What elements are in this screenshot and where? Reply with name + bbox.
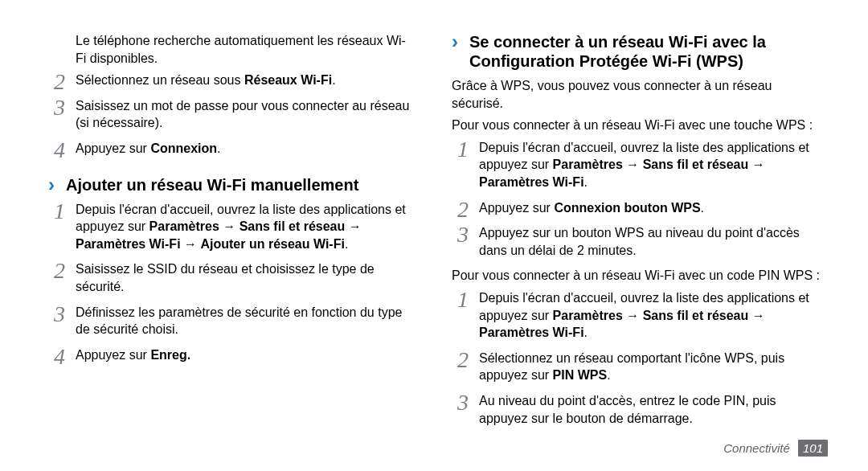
list-item: Appuyez sur Connexion. xyxy=(48,140,416,158)
bold-text: PIN WPS xyxy=(553,368,608,382)
bold-text: Paramètres Wi-Fi xyxy=(479,326,584,339)
bold-text: Paramètres xyxy=(553,309,623,322)
list-item: Depuis l'écran d'accueil, ouvrez la list… xyxy=(48,201,416,253)
page-footer: Connectivité 101 xyxy=(723,440,828,457)
text: . xyxy=(345,237,348,251)
text: → xyxy=(748,158,764,171)
left-list-b: Depuis l'écran d'accueil, ouvrez la list… xyxy=(48,201,416,364)
text: Saisissez un mot de passe pour vous conn… xyxy=(76,99,409,130)
list-item: Sélectionnez un réseau sous Réseaux Wi-F… xyxy=(48,72,416,89)
right-list-b: Depuis l'écran d'accueil, ouvrez la list… xyxy=(452,289,820,427)
text: Au niveau du point d'accès, entrez le co… xyxy=(479,394,776,425)
list-item: Sélectionnez un réseau comportant l'icôn… xyxy=(452,350,820,384)
text: Appuyez sur un bouton WPS au niveau du p… xyxy=(479,226,800,257)
bold-text: Connexion bouton WPS xyxy=(554,201,700,215)
section-heading-add-wifi: Ajouter un réseau Wi-Fi manuellement xyxy=(48,175,416,195)
text: Appuyez sur xyxy=(479,201,554,215)
text: → xyxy=(623,158,643,171)
bold-text: Sans fil et réseau xyxy=(643,309,749,322)
right-list-a: Depuis l'écran d'accueil, ouvrez la list… xyxy=(452,139,820,260)
bold-text: Ajouter un réseau Wi-Fi xyxy=(200,237,344,251)
list-item: Depuis l'écran d'accueil, ouvrez la list… xyxy=(452,289,820,342)
page-number: 101 xyxy=(798,440,828,457)
text: → xyxy=(623,309,643,322)
list-item: Au niveau du point d'accès, entrez le co… xyxy=(452,392,820,427)
text: Sélectionnez un réseau comportant l'icôn… xyxy=(479,351,784,383)
bold-text: Paramètres Wi-Fi xyxy=(76,237,181,251)
text: Appuyez sur xyxy=(76,348,150,362)
list-item: Appuyez sur Connexion bouton WPS. xyxy=(452,199,820,217)
bold-text: Paramètres xyxy=(149,219,219,233)
text: . xyxy=(607,368,610,382)
text: → xyxy=(345,219,361,233)
text: . xyxy=(217,141,220,155)
section-heading-wps: Se connecter à un réseau Wi-Fi avec la C… xyxy=(452,32,820,71)
bold-text: Enreg. xyxy=(150,348,190,362)
text: . xyxy=(584,326,588,339)
bold-text: Paramètres xyxy=(553,158,623,171)
paragraph: Pour vous connecter à un réseau Wi-Fi av… xyxy=(452,117,820,134)
text: . xyxy=(332,73,335,87)
left-column: Le téléphone recherche automatiquement l… xyxy=(40,32,434,455)
list-item: Saisissez le SSID du réseau et choisisse… xyxy=(48,260,416,295)
text: Sélectionnez un réseau sous xyxy=(76,73,244,87)
chapter-name: Connectivité xyxy=(723,441,790,455)
text: Saisissez le SSID du réseau et choisisse… xyxy=(76,262,375,293)
intro-text: Le téléphone recherche automatiquement l… xyxy=(76,32,416,67)
right-column: Se connecter à un réseau Wi-Fi avec la C… xyxy=(434,32,828,455)
page: Le téléphone recherche automatiquement l… xyxy=(0,0,868,471)
text: → xyxy=(748,309,764,322)
list-item: Appuyez sur un bouton WPS au niveau du p… xyxy=(452,224,820,259)
list-item: Saisissez un mot de passe pour vous conn… xyxy=(48,97,416,132)
bold-text: Sans fil et réseau xyxy=(240,219,346,233)
text: → xyxy=(181,237,201,251)
text: → xyxy=(219,219,240,233)
bold-text: Sans fil et réseau xyxy=(643,158,749,171)
text: . xyxy=(701,201,704,215)
text: Appuyez sur xyxy=(76,141,150,155)
list-item: Appuyez sur Enreg. xyxy=(48,346,416,364)
list-item: Définissez les paramètres de sécurité en… xyxy=(48,304,416,338)
bold-text: Connexion xyxy=(150,141,217,155)
left-list-a: Sélectionnez un réseau sous Réseaux Wi-F… xyxy=(48,72,416,157)
list-item: Depuis l'écran d'accueil, ouvrez la list… xyxy=(452,139,820,191)
bold-text: Paramètres Wi-Fi xyxy=(479,175,584,189)
text: . xyxy=(584,175,588,189)
paragraph: Grâce à WPS, vous pouvez vous connecter … xyxy=(452,77,820,112)
paragraph: Pour vous connecter à un réseau Wi-Fi av… xyxy=(452,267,820,285)
text: Définissez les paramètres de sécurité en… xyxy=(76,305,402,337)
bold-text: Réseaux Wi-Fi xyxy=(244,73,332,87)
